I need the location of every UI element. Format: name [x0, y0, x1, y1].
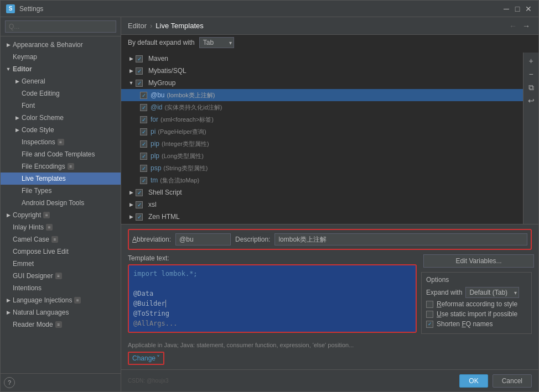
- template-editor[interactable]: import lombok.*; @Data @Builder @ToStrin…: [129, 265, 416, 332]
- chevron-right-icon: ▶: [14, 78, 20, 85]
- sidebar-item-file-types[interactable]: File Types: [1, 185, 121, 197]
- sidebar-item-label: Natural Languages: [13, 309, 69, 316]
- expand-with-select[interactable]: Default (Tab) Tab Enter: [465, 287, 519, 298]
- spacer-icon: [5, 321, 12, 328]
- item-checkbox-plp[interactable]: ✓: [140, 153, 147, 160]
- abbreviation-input[interactable]: [175, 233, 231, 245]
- reformat-checkbox[interactable]: [426, 301, 433, 308]
- sidebar-item-keymap[interactable]: Keymap: [1, 51, 121, 63]
- item-checkbox-tm[interactable]: ✓: [140, 177, 147, 184]
- template-item-pip[interactable]: ✓ pip (Integer类型属性): [121, 138, 523, 150]
- sidebar-item-copyright[interactable]: ▶ Copyright ≡: [1, 209, 121, 221]
- group-checkbox-mygroup[interactable]: ✓: [136, 80, 143, 87]
- template-item-tm[interactable]: ✓ tm (集合流toMap): [121, 174, 523, 186]
- sidebar-item-intentions[interactable]: Intentions: [1, 282, 121, 294]
- sidebar-item-font[interactable]: Font: [1, 100, 121, 112]
- search-input[interactable]: [5, 20, 116, 33]
- side-toolbar: + − ⧉ ↩: [523, 53, 538, 224]
- template-item-plp[interactable]: ✓ plp (Long类型属性): [121, 150, 523, 162]
- help-button[interactable]: ?: [4, 377, 15, 388]
- sidebar-item-reader-mode[interactable]: Reader Mode ≡: [1, 318, 121, 331]
- chevron-right-icon: ▶: [128, 55, 134, 62]
- template-item-psp[interactable]: ✓ psp (String类型属性): [121, 162, 523, 174]
- sidebar-item-code-style[interactable]: ▶ Code Style: [1, 124, 121, 136]
- sidebar-item-label: Language Injections: [13, 296, 72, 304]
- group-xsl[interactable]: ▶ ✓ xsl: [121, 198, 523, 211]
- sidebar-item-language-injections[interactable]: ▶ Language Injections ≡: [1, 294, 121, 306]
- item-checkbox-pi[interactable]: ✓: [140, 128, 147, 135]
- ok-button[interactable]: OK: [459, 374, 488, 388]
- sidebar-item-color-scheme[interactable]: ▶ Color Scheme: [1, 112, 121, 124]
- item-desc-psp: (String类型属性): [163, 164, 208, 173]
- group-checkbox-shell[interactable]: ✓: [136, 189, 143, 196]
- cancel-button[interactable]: Cancel: [493, 374, 532, 388]
- group-checkbox-maven[interactable]: ✓: [136, 55, 143, 62]
- description-input[interactable]: [274, 233, 527, 245]
- group-checkbox-zenhtml[interactable]: ✓: [136, 213, 143, 221]
- item-checkbox-id[interactable]: ✓: [140, 104, 147, 111]
- add-template-button[interactable]: +: [525, 55, 537, 67]
- expand-with-label: Expand with: [426, 289, 462, 296]
- item-desc-id: (实体类持久化id注解): [165, 103, 222, 112]
- template-item-bu[interactable]: ✓ @bu (lombok类上注解): [121, 89, 523, 101]
- sidebar-item-android-design[interactable]: Android Design Tools: [1, 197, 121, 209]
- sidebar-item-camel-case[interactable]: Camel Case ≡: [1, 233, 121, 245]
- minimize-button[interactable]: ─: [502, 4, 511, 13]
- sidebar-item-emmet[interactable]: Emmet: [1, 258, 121, 270]
- item-checkbox-pip[interactable]: ✓: [140, 140, 147, 148]
- item-checkbox-bu[interactable]: ✓: [140, 92, 147, 99]
- group-zenhtml[interactable]: ▶ ✓ Zen HTML: [121, 211, 523, 223]
- remove-template-button[interactable]: −: [525, 68, 537, 80]
- breadcrumb-parent: Editor: [128, 22, 147, 30]
- sidebar-item-live-templates[interactable]: Live Templates: [1, 173, 121, 185]
- sidebar-item-inlay-hints[interactable]: Inlay Hints ≡: [1, 221, 121, 233]
- template-item-pi[interactable]: ✓ pi (PageHelper查询): [121, 126, 523, 138]
- static-import-checkbox[interactable]: [426, 311, 433, 318]
- edit-variables-button[interactable]: Edit Variables...: [423, 254, 534, 268]
- badge-icon: ≡: [55, 321, 62, 328]
- copy-template-button[interactable]: ⧉: [525, 81, 537, 93]
- close-button[interactable]: ✕: [524, 4, 533, 13]
- item-checkbox-psp[interactable]: ✓: [140, 165, 147, 172]
- badge-icon: ≡: [51, 236, 58, 243]
- sidebar-item-file-code-templates[interactable]: File and Code Templates: [1, 148, 121, 160]
- expand-select[interactable]: Tab Enter Space: [199, 37, 234, 48]
- dialog-body: ▶ Appearance & Behavior Keymap ▼ Editor …: [1, 17, 538, 391]
- applicable-text: Applicable in Java; Java: statement, con…: [128, 342, 354, 348]
- chevron-right-icon: ▶: [128, 67, 134, 74]
- sidebar-item-file-encodings[interactable]: File Encodings ≡: [1, 160, 121, 173]
- template-item-id[interactable]: ✓ @id (实体类持久化id注解): [121, 101, 523, 113]
- maximize-button[interactable]: □: [513, 4, 522, 13]
- forward-arrow[interactable]: →: [521, 22, 532, 30]
- sidebar-item-compose-live-edit[interactable]: Compose Live Edit: [1, 245, 121, 258]
- item-checkbox-for[interactable]: ✓: [140, 116, 147, 123]
- sidebar-item-editor[interactable]: ▼ Editor: [1, 63, 121, 75]
- sidebar-item-general[interactable]: ▶ General: [1, 75, 121, 87]
- sidebar-tree: ▶ Appearance & Behavior Keymap ▼ Editor …: [1, 36, 121, 373]
- group-maven[interactable]: ▶ ✓ Maven: [121, 53, 523, 65]
- sidebar-item-appearance[interactable]: ▶ Appearance & Behavior: [1, 39, 121, 51]
- title-bar: S Settings ─ □ ✕: [1, 1, 538, 17]
- group-checkbox-xsl[interactable]: ✓: [136, 201, 143, 208]
- group-checkbox-mybatis[interactable]: ✓: [136, 67, 143, 75]
- sidebar-bottom: ?: [1, 373, 121, 391]
- group-mybatis[interactable]: ▶ ✓ Mybatis/SQL: [121, 65, 523, 77]
- change-link[interactable]: Change ˅: [128, 352, 164, 365]
- restore-template-button[interactable]: ↩: [525, 95, 537, 107]
- sidebar-item-natural-languages[interactable]: ▶ Natural Languages: [1, 306, 121, 318]
- sidebar-item-code-editing[interactable]: Code Editing: [1, 87, 121, 100]
- options-title: Options: [426, 276, 527, 284]
- item-abbr-plp: plp: [151, 152, 159, 160]
- spacer-icon: [5, 285, 12, 291]
- template-item-for[interactable]: ✓ for (xml<foreach>标签): [121, 113, 523, 126]
- group-shell[interactable]: ▶ ✓ Shell Script: [121, 186, 523, 198]
- item-desc-pi: (PageHelper查询): [158, 128, 206, 136]
- back-arrow[interactable]: ←: [507, 22, 519, 30]
- sidebar-item-gui-designer[interactable]: GUI Designer ≡: [1, 270, 121, 282]
- shorten-fq-checkbox[interactable]: ✓: [426, 321, 433, 328]
- group-mygroup[interactable]: ▼ ✓ MyGroup: [121, 77, 523, 89]
- code-line: @ToString: [133, 309, 411, 318]
- template-text-area: import lombok.*; @Data @Builder @ToStrin…: [128, 264, 417, 333]
- sidebar-item-inspections[interactable]: Inspections ≡: [1, 136, 121, 148]
- abbreviation-label: Abbreviation:: [132, 236, 171, 243]
